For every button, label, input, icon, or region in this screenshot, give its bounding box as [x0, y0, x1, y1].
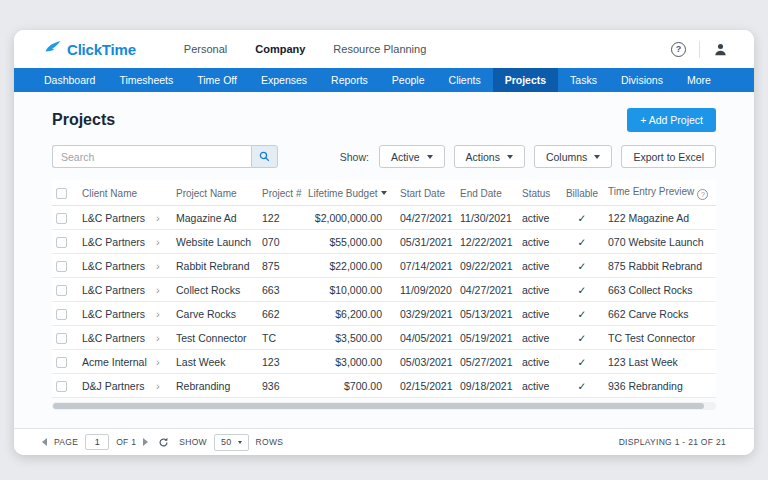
project-name-cell[interactable]: Collect Rocks	[172, 278, 258, 302]
project-name-cell[interactable]: Magazine Ad	[172, 206, 258, 230]
add-project-button[interactable]: + Add Project	[627, 108, 716, 132]
row-checkbox[interactable]	[56, 309, 67, 320]
user-account-icon[interactable]	[713, 42, 728, 57]
page-number-input[interactable]	[85, 434, 109, 450]
project-name-cell[interactable]: Website Launch	[172, 230, 258, 254]
nav-item-reports[interactable]: Reports	[319, 68, 380, 92]
columns-dropdown[interactable]: Columns	[534, 145, 612, 168]
nav-item-clients[interactable]: Clients	[437, 68, 493, 92]
export-to-excel-button[interactable]: Export to Excel	[621, 145, 716, 168]
row-checkbox[interactable]	[56, 381, 67, 392]
project-name-cell[interactable]: Test Connector	[172, 326, 258, 350]
row-checkbox[interactable]	[56, 213, 67, 224]
status-filter-dropdown[interactable]: Active	[379, 145, 445, 168]
search-button[interactable]	[251, 145, 278, 168]
row-checkbox[interactable]	[56, 333, 67, 344]
table-footer: PAGE OF 1 SHOW 50 ROWS DISPLAYING 1 - 21…	[14, 428, 754, 455]
expand-chevron-icon[interactable]: ›	[156, 236, 160, 248]
time-entry-preview-cell: TC Test Connector	[604, 326, 716, 350]
horizontal-scrollbar-thumb[interactable]	[53, 403, 704, 409]
status-cell: active	[518, 302, 560, 326]
expand-chevron-icon[interactable]: ›	[156, 308, 160, 320]
page-of-label: OF 1	[116, 437, 136, 447]
row-checkbox[interactable]	[56, 237, 67, 248]
status-cell: active	[518, 350, 560, 374]
col-project-number[interactable]: Project #	[258, 180, 304, 206]
col-time-entry-preview[interactable]: Time Entry Preview?	[604, 180, 716, 206]
top-bar-icons: ?	[671, 41, 728, 58]
col-start-date[interactable]: Start Date	[396, 180, 456, 206]
help-icon[interactable]: ?	[671, 42, 686, 57]
top-nav-personal[interactable]: Personal	[184, 39, 227, 59]
top-nav: Personal Company Resource Planning	[184, 39, 427, 59]
billable-check-cell: ✓	[560, 230, 604, 254]
col-time-entry-preview-label: Time Entry Preview	[608, 186, 694, 197]
status-cell: active	[518, 326, 560, 350]
actions-dropdown[interactable]: Actions	[454, 145, 525, 168]
expand-chevron-icon[interactable]: ›	[156, 284, 160, 296]
refresh-icon[interactable]	[158, 437, 169, 448]
nav-item-expenses[interactable]: Expenses	[249, 68, 319, 92]
status-cell: active	[518, 206, 560, 230]
search-box	[52, 145, 278, 168]
search-input[interactable]	[52, 145, 251, 168]
table-row[interactable]: L&C Partners › Rabbit Rebrand 875 $22,00…	[52, 254, 716, 278]
col-billable[interactable]: Billable	[560, 180, 604, 206]
col-lifetime-budget[interactable]: Lifetime Budget	[304, 180, 396, 206]
previous-page-icon[interactable]	[42, 438, 47, 446]
rows-label: ROWS	[256, 437, 284, 447]
table-row[interactable]: L&C Partners › Magazine Ad 122 $2,000,00…	[52, 206, 716, 230]
show-label: Show:	[340, 151, 369, 163]
clicktime-logo[interactable]: ClickTime	[44, 39, 136, 59]
top-nav-resource-planning[interactable]: Resource Planning	[333, 39, 426, 59]
next-page-icon[interactable]	[143, 438, 148, 446]
row-checkbox[interactable]	[56, 357, 67, 368]
nav-item-divisions[interactable]: Divisions	[609, 68, 675, 92]
expand-chevron-icon[interactable]: ›	[156, 332, 160, 344]
lifetime-budget-cell: $10,000.00	[304, 278, 396, 302]
table-row[interactable]: L&C Partners › Collect Rocks 663 $10,000…	[52, 278, 716, 302]
displaying-count: DISPLAYING 1 - 21 OF 21	[619, 437, 726, 447]
table-row[interactable]: L&C Partners › Website Launch 070 $55,00…	[52, 230, 716, 254]
rows-per-page-dropdown[interactable]: 50	[214, 434, 249, 451]
rows-per-page-value: 50	[221, 437, 232, 447]
status-cell: active	[518, 254, 560, 278]
lifetime-budget-cell: $3,500.00	[304, 326, 396, 350]
row-checkbox[interactable]	[56, 261, 67, 272]
table-row[interactable]: L&C Partners › Carve Rocks 662 $6,200.00…	[52, 302, 716, 326]
project-name-cell[interactable]: Rabbit Rebrand	[172, 254, 258, 278]
info-icon[interactable]: ?	[697, 189, 708, 200]
expand-chevron-icon[interactable]: ›	[156, 212, 160, 224]
status-filter-value: Active	[391, 151, 420, 163]
expand-chevron-icon[interactable]: ›	[156, 260, 160, 272]
col-status[interactable]: Status	[518, 180, 560, 206]
pagination: PAGE OF 1 SHOW 50 ROWS	[42, 434, 283, 451]
nav-item-timesheets[interactable]: Timesheets	[107, 68, 185, 92]
select-all-checkbox[interactable]	[56, 188, 67, 199]
col-lifetime-budget-label: Lifetime Budget	[308, 188, 378, 199]
client-name-cell: L&C Partners	[78, 206, 152, 230]
table-row[interactable]: D&J Partners › Rebranding 936 $700.00 02…	[52, 374, 716, 398]
status-cell: active	[518, 374, 560, 398]
expand-chevron-icon[interactable]: ›	[156, 356, 160, 368]
nav-item-time-off[interactable]: Time Off	[185, 68, 249, 92]
horizontal-scrollbar[interactable]	[52, 402, 716, 410]
show-rows-label: SHOW	[179, 437, 207, 447]
project-name-cell[interactable]: Rebranding	[172, 374, 258, 398]
top-nav-company[interactable]: Company	[255, 39, 305, 59]
col-client-name[interactable]: Client Name	[78, 180, 152, 206]
nav-item-more[interactable]: More	[675, 68, 723, 92]
table-row[interactable]: L&C Partners › Test Connector TC $3,500.…	[52, 326, 716, 350]
project-name-cell[interactable]: Carve Rocks	[172, 302, 258, 326]
billable-check-cell: ✓	[560, 302, 604, 326]
expand-chevron-icon[interactable]: ›	[156, 380, 160, 392]
nav-item-dashboard[interactable]: Dashboard	[32, 68, 107, 92]
project-name-cell[interactable]: Last Week	[172, 350, 258, 374]
col-end-date[interactable]: End Date	[456, 180, 518, 206]
nav-item-projects[interactable]: Projects	[493, 68, 558, 92]
table-row[interactable]: Acme Internal › Last Week 123 $3,000.00 …	[52, 350, 716, 374]
nav-item-people[interactable]: People	[380, 68, 437, 92]
nav-item-tasks[interactable]: Tasks	[558, 68, 609, 92]
row-checkbox[interactable]	[56, 285, 67, 296]
col-project-name[interactable]: Project Name	[172, 180, 258, 206]
